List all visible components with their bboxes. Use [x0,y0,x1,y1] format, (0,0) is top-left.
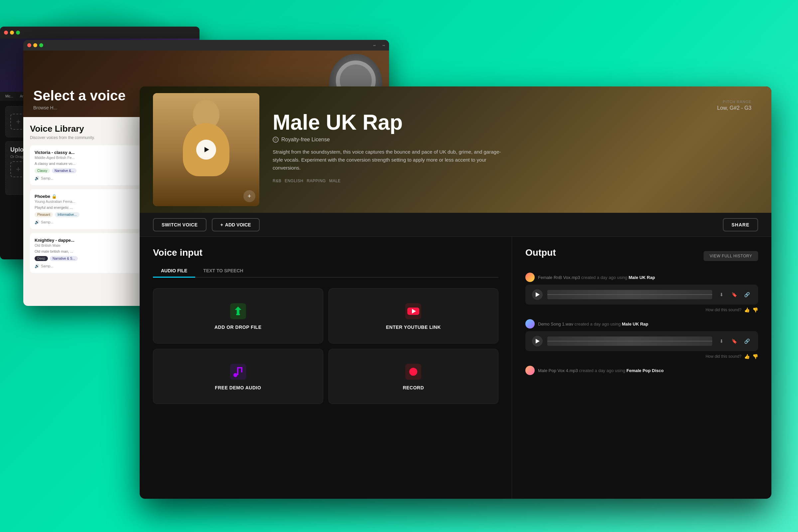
play-triangle-icon-2 [536,339,540,343]
window-mid-header: ⬅ ➡ [23,40,389,51]
hero-tag-rapping: RAPPING [307,178,326,183]
output-header: Output VIEW FULL HISTORY [525,247,758,265]
svg-point-10 [409,368,417,376]
hero-pitch-label: PITCH RANGE [717,100,752,104]
hero-tags: R&B ENGLISH RAPPING MALE [273,178,772,183]
hero-image-container: + [153,93,259,206]
tab-text-to-speech[interactable]: TEXT TO SPEECH [195,265,251,278]
save-button-1[interactable]: 🔖 [729,290,739,299]
save-button-2[interactable]: 🔖 [729,337,739,346]
play-button-2[interactable] [532,336,543,346]
download-button-1[interactable]: ⬇ [717,290,726,299]
banner-select-title: Select a voice [33,88,126,104]
output-item-1-header: Female RnB Vox.mp3 created a day ago usi… [525,273,758,282]
tag-classy: Classy [35,168,50,173]
banner-select-sub: Browse H... [33,105,126,110]
output-title: Output [525,247,556,258]
license-icon: © [273,137,279,142]
window-front: + Male UK Rap © Royalty-free License Str… [140,87,772,499]
switch-voice-button[interactable]: SWITCH VOICE [153,218,207,231]
youtube-link-card[interactable]: ENTER YOUTUBE LINK [328,288,499,343]
mid-close-icon[interactable] [27,43,31,47]
feedback-text-1: How did this sound? [706,307,741,312]
free-demo-audio-card[interactable]: FREE DEMO AUDIO [153,349,323,404]
output-avatar-2 [525,319,535,328]
output-avatar-3 [525,366,535,375]
input-options-grid: ADD OR DROP FILE ENTER YOUTUBE LINK [153,288,498,404]
thumbs-down-1[interactable]: 👎 [753,307,758,312]
thumbs-up-1[interactable]: 👍 [744,307,750,312]
feedback-1: How did this sound? 👍 👎 [525,307,758,312]
play-button-1[interactable] [532,289,543,300]
tab-audio-file[interactable]: AUDIO FILE [153,265,195,278]
youtube-link-label: ENTER YOUTUBE LINK [386,324,441,330]
voice-input-title: Voice input [153,247,498,258]
audio-player-1: ⬇ 🔖 🔗 [525,285,758,305]
hero-play-button[interactable] [196,140,216,159]
thumbs-up-2[interactable]: 👍 [744,354,750,359]
feedback-text-2: How did this sound? [706,354,741,359]
free-demo-label: FREE DEMO AUDIO [215,385,261,391]
action-bar: SWITCH VOICE + ADD VOICE SHARE [140,213,772,237]
add-voice-button[interactable]: + ADD VOICE [212,218,260,231]
share-button-1[interactable]: 🔗 [742,290,752,299]
play-icon [205,147,209,152]
output-item-3-title: Male Pop Vox 4.mp3 created a day ago usi… [538,368,664,373]
hero-pitch: PITCH RANGE Low, G#2 - G3 [717,100,752,111]
waveform-2 [547,337,712,346]
view-history-button[interactable]: VIEW FULL HISTORY [704,251,758,261]
svg-rect-8 [241,367,242,373]
svg-rect-1 [236,314,240,315]
plus-icon: + [221,222,223,227]
player-actions-1: ⬇ 🔖 🔗 [717,290,752,299]
window-back-header [0,26,200,39]
tag-narrative-knightley: Narrative & S... [50,256,78,261]
close-icon[interactable] [4,31,8,35]
download-button-2[interactable]: ⬇ [717,337,726,346]
main-content: Voice input AUDIO FILE TEXT TO SPEECH AD… [140,237,772,499]
hero-description: Straight from the soundsystem, this voic… [273,148,506,172]
mid-minimize-icon[interactable] [33,43,37,47]
hero-license: © Royalty-free License [273,137,772,142]
add-drop-file-card[interactable]: ADD OR DROP FILE [153,288,323,343]
play-triangle-icon-1 [536,292,540,297]
tag-deep: Deep [35,256,48,261]
maximize-icon[interactable] [16,31,20,35]
music-note-icon [229,362,247,381]
voice-hero: + Male UK Rap © Royalty-free License Str… [140,87,772,213]
svg-point-5 [233,373,238,377]
voice-input-section: Voice input AUDIO FILE TEXT TO SPEECH AD… [140,237,512,499]
record-card[interactable]: RECORD [328,349,499,404]
tag-pleasant: Pleasant [35,212,53,217]
waveform-1 [547,290,712,299]
hero-info: Male UK Rap © Royalty-free License Strai… [273,111,772,189]
feedback-2: How did this sound? 👍 👎 [525,354,758,359]
output-item-1: Female RnB Vox.mp3 created a day ago usi… [525,273,758,312]
share-button[interactable]: SHARE [723,218,758,231]
record-icon [404,362,423,381]
tag-narrative-victoria: Narrative &... [52,168,76,173]
player-actions-2: ⬇ 🔖 🔗 [717,337,752,346]
output-item-2-title: Demo Song 1.wav created a day ago using … [538,322,648,326]
output-item-1-title: Female RnB Vox.mp3 created a day ago usi… [538,275,655,280]
minimize-icon[interactable] [10,31,14,35]
output-item-3-header: Male Pop Vox 4.mp3 created a day ago usi… [525,366,758,375]
record-label: RECORD [403,385,424,391]
tag-informative: Informative... [55,212,79,217]
thumbs-down-2[interactable]: 👎 [753,354,758,359]
add-drop-file-label: ADD OR DROP FILE [214,324,262,330]
youtube-icon [404,302,423,321]
mid-maximize-icon[interactable] [39,43,43,47]
share-button-2[interactable]: 🔗 [742,337,752,346]
hero-add-button[interactable]: + [243,190,255,202]
audio-player-2: ⬇ 🔖 🔗 [525,331,758,351]
output-item-2-header: Demo Song 1.wav created a day ago using … [525,319,758,328]
hero-voice-title: Male UK Rap [273,111,772,134]
hero-tag-male: MALE [329,178,341,183]
add-file-icon [229,302,247,321]
output-avatar-1 [525,273,535,282]
output-item-3: Male Pop Vox 4.mp3 created a day ago usi… [525,366,758,375]
hero-tag-english: ENGLISH [285,178,303,183]
add-voice-label: ADD VOICE [225,222,251,227]
hero-tag-rnb: R&B [273,178,281,183]
